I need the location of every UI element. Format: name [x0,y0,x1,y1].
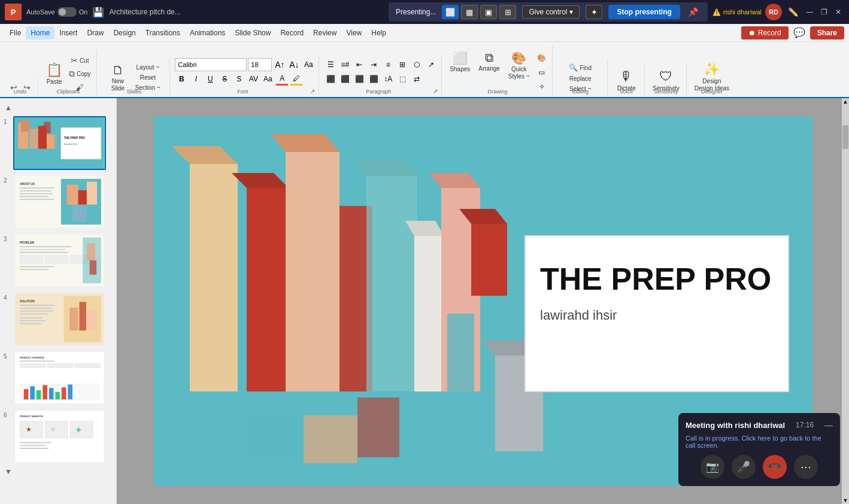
align-justify[interactable]: ⬛ [367,72,380,86]
slide-thumb-4[interactable]: 4 SOLUTION [2,291,114,347]
present-view-btn-1[interactable]: ⬜ [442,5,459,19]
menu-insert[interactable]: Insert [54,26,82,40]
font-group-expand[interactable]: ↗ [310,88,315,95]
font-color-button[interactable]: A [275,72,289,86]
shape-outline-button[interactable]: ▭ [535,66,548,79]
slide-panel-scroll-down[interactable]: ▼ [2,467,14,476]
font-size-increase[interactable]: A↑ [273,58,286,71]
restore-button[interactable]: ❐ [818,6,830,18]
bold-button[interactable]: B [175,72,188,86]
user-avatar[interactable]: RD [765,4,782,20]
meeting-widget[interactable]: Meeting with rishi dhariwal 17:16 — Call… [678,413,840,486]
menu-design[interactable]: Design [108,26,140,40]
shape-fill-button[interactable]: 🎨 [535,51,548,65]
bullets-button[interactable]: ☰ [324,58,337,71]
cut-button[interactable]: ✂Cut [66,54,93,66]
slide-img-4[interactable]: SOLUTION [13,292,106,346]
text-direction[interactable]: ↕A [381,72,395,86]
meeting-controls: 📷 🎤 📞 ⋯ [686,455,833,479]
replace-button[interactable]: Replace [566,74,593,83]
slide-img-1[interactable]: THE PREP PRO lawirahd ihsir [13,116,106,170]
meeting-mic-button[interactable]: 🎤 [732,455,756,479]
underline-button[interactable]: U [204,72,217,86]
svg-rect-94 [357,397,399,457]
slide-panel-scroll-up[interactable]: ▲ [2,103,14,113]
slide-thumb-6[interactable]: 6 PRODUCT BENEFITS ★ ○ ◈ [2,408,114,464]
menu-view[interactable]: View [341,26,366,40]
shadow-button[interactable]: S [232,72,245,86]
menu-home[interactable]: Home [26,26,54,40]
find-button[interactable]: 🔍Find [566,62,593,73]
line-spacing-button[interactable]: ≡ [381,58,395,71]
give-control-button[interactable]: Give control ▾ [522,5,580,19]
canvas-scrollbar[interactable]: ▲ ▼ [842,98,849,504]
menu-help[interactable]: Help [366,26,391,40]
menu-transitions[interactable]: Transitions [141,26,185,40]
font-name-input[interactable] [175,58,247,71]
numbering-button[interactable]: ≡# [338,58,351,71]
meeting-more-button[interactable]: ⋯ [794,455,818,479]
meeting-video-button[interactable]: 📷 [701,455,724,479]
paragraph-expand[interactable]: ↗ [424,58,438,71]
menu-animations[interactable]: Animations [185,26,230,40]
layout-button[interactable]: Layout ~ [133,63,163,72]
menu-draw[interactable]: Draw [82,26,108,40]
autosave-toggle[interactable] [57,7,77,17]
share-button[interactable]: Share [810,26,844,40]
slide-img-2[interactable]: ABOUT US [13,175,106,229]
record-button[interactable]: ⏺ Record [741,26,789,40]
smart-convert[interactable]: ⇄ [410,72,423,86]
present-view-btn-2[interactable]: ▦ [461,5,478,19]
meeting-subtitle[interactable]: Call is in progress. Click here to go ba… [686,435,833,449]
svg-rect-76 [190,164,238,391]
paste-button[interactable]: 📋 Paste [43,53,65,93]
shapes-button[interactable]: ⬜ Shapes [447,49,473,74]
clear-format-button[interactable]: Aa [302,58,315,71]
align-text[interactable]: ⬚ [396,72,409,86]
text-highlight-button[interactable]: 🖊 [290,72,303,86]
present-view-btn-4[interactable]: ⊞ [499,5,516,19]
slide-num-5: 5 [4,351,11,360]
slide-img-5[interactable]: PRODUCT OVERVIEW [13,351,106,405]
text-case-button[interactable]: Aa [261,72,274,86]
char-spacing-button[interactable]: AV [247,72,260,86]
slide-num-6: 6 [4,409,11,418]
outdent-button[interactable]: ⇤ [353,58,366,71]
stop-presenting-button[interactable]: Stop presenting [608,5,680,19]
font-size-decrease[interactable]: A↓ [287,58,301,71]
meeting-close-button[interactable]: — [824,420,833,430]
menu-record[interactable]: Record [275,26,308,40]
indent-button[interactable]: ⇥ [367,58,380,71]
slide-img-6[interactable]: PRODUCT BENEFITS ★ ○ ◈ [13,409,106,463]
menu-slideshow[interactable]: Slide Show [230,26,275,40]
copy-button[interactable]: ⧉Copy [66,68,93,80]
pin-button[interactable]: 📌 [686,5,701,19]
slide-thumb-5[interactable]: 5 PRODUCT OVERVIEW [2,350,114,406]
menu-review[interactable]: Review [308,26,341,40]
paragraph-group-expand[interactable]: ↗ [433,88,438,95]
align-center[interactable]: ⬛ [338,72,351,86]
italic-button[interactable]: I [189,72,202,86]
slide-thumb-3[interactable]: 3 PROBLEM [2,232,114,289]
font-size-input[interactable] [248,58,272,71]
slide-img-3[interactable]: PROBLEM [13,233,106,287]
present-view-btn-3[interactable]: ▣ [480,5,497,19]
slide-thumb-2[interactable]: 2 ABOUT US [2,174,114,230]
strikethrough-button[interactable]: S [218,72,231,86]
quick-styles-button[interactable]: 🎨 Quick Styles ~ [505,49,533,81]
menu-file[interactable]: File [5,26,26,40]
minimize-button[interactable]: — [803,6,815,18]
meeting-hang-button[interactable]: 📞 [758,450,792,484]
smart-art-button[interactable]: ⬡ [410,58,423,71]
close-button[interactable]: ✕ [832,6,844,18]
comments-button[interactable]: 💬 [792,26,806,40]
slide-thumb-1[interactable]: 1 THE PREP PRO [2,115,114,171]
align-right[interactable]: ⬛ [353,72,366,86]
pen-icon-button[interactable]: ✏️ [786,5,800,19]
arrange-button[interactable]: ⧉ Arrange [475,49,503,74]
save-icon[interactable]: 💾 [92,7,104,18]
reset-button[interactable]: Reset [133,73,163,82]
align-left[interactable]: ⬛ [324,72,337,86]
laser-pointer-button[interactable]: ✦ [586,5,602,19]
columns-button[interactable]: ⊞ [396,58,409,71]
